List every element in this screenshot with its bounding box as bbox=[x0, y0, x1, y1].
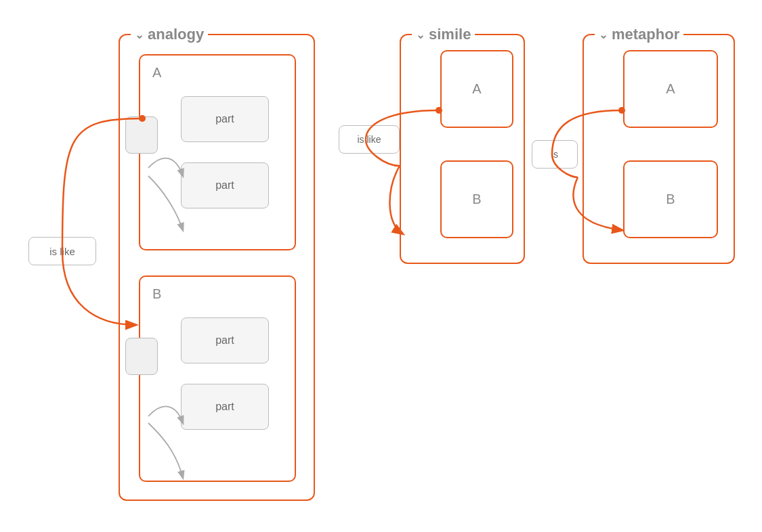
analogy-b-connector-box bbox=[125, 338, 158, 375]
analogy-connector-label: is like bbox=[49, 246, 75, 257]
analogy-chevron-icon: ⌄ bbox=[135, 28, 144, 41]
metaphor-a-label: A bbox=[666, 81, 675, 97]
simile-title: ⌄ simile bbox=[412, 26, 475, 43]
simile-b-box: B bbox=[440, 160, 513, 238]
simile-b-label: B bbox=[472, 192, 481, 207]
analogy-outer-box: ⌄ analogy A part part B part bbox=[119, 34, 315, 501]
analogy-a-box: A part part bbox=[139, 54, 296, 250]
analogy-label: analogy bbox=[148, 26, 204, 43]
analogy-title: ⌄ analogy bbox=[131, 26, 208, 43]
analogy-a-part1: part bbox=[181, 96, 269, 142]
metaphor-chevron-icon: ⌄ bbox=[599, 28, 608, 41]
simile-label: simile bbox=[429, 26, 471, 43]
analogy-a-part2-label: part bbox=[215, 179, 234, 192]
metaphor-a-box: A bbox=[623, 50, 718, 128]
metaphor-outer-box: ⌄ metaphor A B bbox=[583, 34, 735, 264]
analogy-a-part1-label: part bbox=[215, 113, 234, 125]
metaphor-b-box: B bbox=[623, 160, 718, 238]
metaphor-b-label: B bbox=[666, 192, 675, 207]
simile-connector-label: is like bbox=[357, 134, 381, 145]
analogy-is-like-box: is like bbox=[28, 237, 96, 265]
simile-a-box: A bbox=[440, 50, 513, 128]
analogy-b-label: B bbox=[152, 286, 161, 302]
analogy-a-part2: part bbox=[181, 162, 269, 208]
simile-a-label: A bbox=[472, 81, 481, 97]
simile-outer-box: ⌄ simile A B bbox=[400, 34, 525, 264]
metaphor-is-box: is bbox=[532, 140, 578, 169]
analogy-a-connector-box bbox=[125, 116, 158, 154]
metaphor-title: ⌄ metaphor bbox=[595, 26, 683, 43]
analogy-b-part1-label: part bbox=[215, 334, 234, 347]
metaphor-label: metaphor bbox=[612, 26, 679, 43]
diagram-container: ⌄ analogy A part part B part bbox=[0, 0, 762, 532]
analogy-b-box: B part part bbox=[139, 275, 296, 482]
simile-chevron-icon: ⌄ bbox=[416, 28, 425, 41]
analogy-a-label: A bbox=[152, 65, 161, 81]
analogy-b-part2-label: part bbox=[215, 401, 234, 413]
simile-is-like-box: is like bbox=[339, 125, 400, 154]
analogy-b-part2: part bbox=[181, 384, 269, 430]
metaphor-connector-label: is bbox=[551, 149, 558, 160]
analogy-b-part1: part bbox=[181, 317, 269, 363]
